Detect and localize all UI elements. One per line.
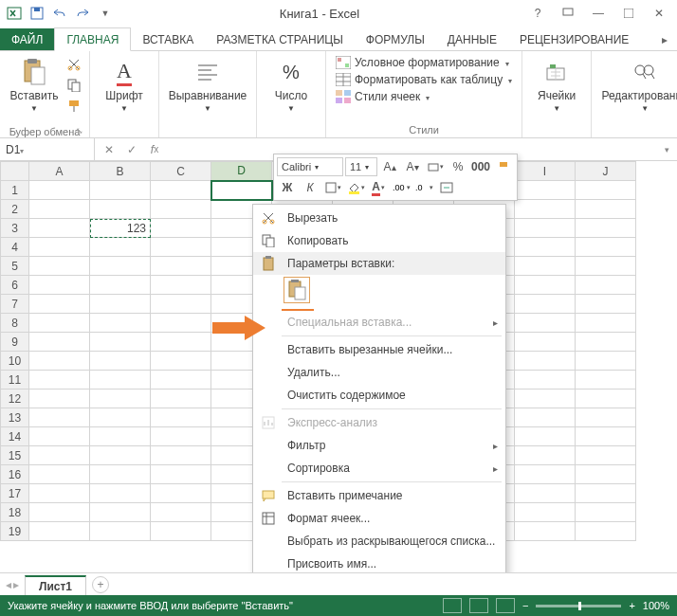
cell[interactable] bbox=[515, 427, 576, 446]
cell[interactable] bbox=[29, 465, 90, 484]
help-icon[interactable]: ? bbox=[523, 3, 552, 24]
cell[interactable] bbox=[515, 522, 576, 541]
cell[interactable] bbox=[29, 371, 90, 390]
tab-home[interactable]: ГЛАВНАЯ bbox=[54, 27, 131, 51]
cell[interactable] bbox=[515, 200, 576, 219]
cell[interactable] bbox=[211, 181, 272, 200]
grow-font-icon[interactable]: A▴ bbox=[379, 157, 400, 176]
cell[interactable] bbox=[576, 314, 636, 333]
cell[interactable] bbox=[151, 427, 211, 446]
cell[interactable] bbox=[515, 276, 576, 295]
editing-button[interactable]: Редактирование▼ bbox=[597, 55, 677, 115]
cell[interactable] bbox=[29, 238, 90, 257]
ctx-clear[interactable]: Очистить содержимое bbox=[253, 384, 505, 407]
fx-icon[interactable]: fx bbox=[144, 140, 165, 159]
col-header[interactable]: B bbox=[90, 162, 151, 181]
cell[interactable] bbox=[576, 484, 636, 503]
cell[interactable] bbox=[515, 257, 576, 276]
row-header[interactable]: 15 bbox=[1, 446, 29, 465]
cell[interactable] bbox=[29, 484, 90, 503]
cell[interactable] bbox=[90, 371, 151, 390]
minimize-icon[interactable]: — bbox=[584, 3, 613, 24]
comma-icon[interactable]: 000 bbox=[470, 157, 491, 176]
cell[interactable] bbox=[29, 276, 90, 295]
redo-icon[interactable] bbox=[72, 3, 93, 24]
row-header[interactable]: 11 bbox=[1, 371, 29, 390]
row-header[interactable]: 8 bbox=[1, 314, 29, 333]
col-header[interactable]: D bbox=[211, 162, 272, 181]
row-header[interactable]: 18 bbox=[1, 503, 29, 522]
col-header[interactable]: J bbox=[576, 162, 636, 181]
cell[interactable] bbox=[515, 371, 576, 390]
cell[interactable] bbox=[576, 200, 636, 219]
cell[interactable] bbox=[90, 238, 151, 257]
cell[interactable] bbox=[515, 219, 576, 238]
cell[interactable] bbox=[151, 371, 211, 390]
zoom-out-icon[interactable]: − bbox=[522, 600, 528, 611]
cell[interactable] bbox=[90, 427, 151, 446]
italic-icon[interactable]: К bbox=[300, 178, 320, 197]
cell[interactable] bbox=[29, 522, 90, 541]
cell[interactable] bbox=[576, 219, 636, 238]
cell[interactable] bbox=[515, 314, 576, 333]
cell[interactable] bbox=[151, 503, 211, 522]
fill-color-icon[interactable] bbox=[345, 178, 366, 197]
ctx-filter[interactable]: Фильтр bbox=[253, 434, 505, 457]
cell[interactable] bbox=[151, 333, 211, 352]
cell[interactable] bbox=[576, 371, 636, 390]
new-sheet-icon[interactable]: + bbox=[92, 576, 109, 593]
cell[interactable] bbox=[576, 352, 636, 371]
cell[interactable] bbox=[576, 390, 636, 408]
format-table-button[interactable]: Форматировать как таблицу bbox=[332, 72, 516, 87]
size-select[interactable]: 11 ▾ bbox=[345, 157, 377, 176]
row-header[interactable]: 17 bbox=[1, 484, 29, 503]
normal-view-icon[interactable] bbox=[443, 598, 462, 613]
cell[interactable] bbox=[151, 295, 211, 314]
ribbon-options-icon[interactable] bbox=[554, 3, 582, 24]
cancel-icon[interactable]: ✕ bbox=[99, 140, 119, 159]
cell[interactable] bbox=[576, 238, 636, 257]
shrink-font-icon[interactable]: A▾ bbox=[402, 157, 423, 176]
cell[interactable] bbox=[151, 238, 211, 257]
cell[interactable] bbox=[576, 503, 636, 522]
cell[interactable] bbox=[576, 333, 636, 352]
accounting-format-icon[interactable] bbox=[425, 157, 446, 176]
tab-review[interactable]: РЕЦЕНЗИРОВАНИЕ bbox=[508, 28, 640, 50]
row-header[interactable]: 1 bbox=[1, 181, 29, 200]
tab-formulas[interactable]: ФОРМУЛЫ bbox=[355, 28, 436, 50]
percent-icon[interactable]: % bbox=[448, 157, 468, 176]
cell[interactable] bbox=[90, 390, 151, 408]
cell[interactable] bbox=[515, 390, 576, 408]
cell[interactable] bbox=[576, 257, 636, 276]
sheet-tab[interactable]: Лист1 bbox=[25, 575, 86, 596]
ctx-pick-from-list[interactable]: Выбрать из раскрывающегося списка... bbox=[253, 530, 505, 553]
cell[interactable] bbox=[151, 465, 211, 484]
cell[interactable] bbox=[29, 446, 90, 465]
row-header[interactable]: 7 bbox=[1, 295, 29, 314]
cell[interactable] bbox=[90, 503, 151, 522]
cell[interactable] bbox=[515, 503, 576, 522]
cell[interactable] bbox=[151, 522, 211, 541]
cell[interactable] bbox=[151, 446, 211, 465]
ctx-delete[interactable]: Удалить... bbox=[253, 361, 505, 384]
cell[interactable] bbox=[576, 295, 636, 314]
tab-layout[interactable]: РАЗМЕТКА СТРАНИЦЫ bbox=[205, 28, 355, 50]
row-header[interactable]: 9 bbox=[1, 333, 29, 352]
paste-button[interactable]: Вставить ▼ bbox=[6, 55, 63, 115]
cell[interactable] bbox=[576, 408, 636, 427]
cell[interactable] bbox=[576, 446, 636, 465]
tab-scroll-icon[interactable]: ▸ bbox=[652, 29, 677, 50]
row-header[interactable]: 5 bbox=[1, 257, 29, 276]
cell[interactable] bbox=[151, 314, 211, 333]
row-header[interactable]: 16 bbox=[1, 465, 29, 484]
cell[interactable] bbox=[90, 522, 151, 541]
cell[interactable] bbox=[515, 484, 576, 503]
zoom-level[interactable]: 100% bbox=[643, 600, 669, 611]
format-painter-icon[interactable] bbox=[493, 157, 514, 176]
cell[interactable] bbox=[151, 181, 211, 200]
font-select[interactable]: Calibri ▾ bbox=[277, 157, 343, 176]
decrease-decimal-icon[interactable]: .0 bbox=[413, 178, 434, 197]
cell[interactable] bbox=[90, 333, 151, 352]
cell[interactable] bbox=[151, 390, 211, 408]
cut-icon[interactable] bbox=[64, 55, 83, 74]
